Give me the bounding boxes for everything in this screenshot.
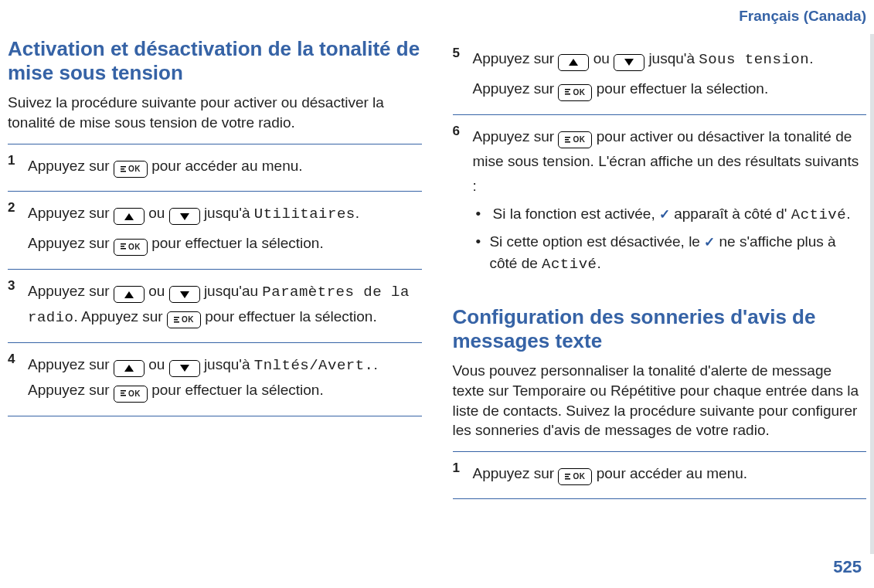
step-body: Appuyez sur OK pour activer ou désactive… <box>473 123 867 280</box>
menu-item: Utilitaires <box>254 206 355 223</box>
up-button-icon <box>558 54 589 71</box>
text: pour effectuer la sélection. <box>151 235 324 251</box>
text: ou <box>593 50 614 66</box>
steps-list-1b: 5 Appuyez sur ou jusqu'à Sous tension. A… <box>453 37 867 288</box>
text: pour accéder au menu. <box>597 465 747 481</box>
text: Appuyez sur <box>28 283 114 299</box>
section-title-1: Activation et désactivation de la tonali… <box>8 37 422 85</box>
step-6: 6 Appuyez sur OK pour activer ou désacti… <box>453 114 867 288</box>
text: Appuyez sur <box>473 80 559 97</box>
step-body: Appuyez sur ou jusqu'à Tnltés/Avert.. Ap… <box>28 351 422 408</box>
text: Appuyez sur <box>473 465 559 481</box>
text: Si cette option est désactivée, le <box>489 233 704 250</box>
ok-button-icon: OK <box>558 131 592 148</box>
step-number: 4 <box>8 351 28 408</box>
right-column: 5 Appuyez sur ou jusqu'à Sous tension. A… <box>453 37 867 499</box>
text: . <box>597 255 600 271</box>
ok-button-icon: OK <box>558 84 592 101</box>
steps-list-1: 1 Appuyez sur OK pour accéder au menu. 2… <box>8 144 422 416</box>
text: Appuyez sur <box>28 205 114 221</box>
step-number: 1 <box>453 460 473 491</box>
step-number: 2 <box>8 199 28 261</box>
bullet-item: • Si cette option est désactivée, le ✓ n… <box>476 231 867 276</box>
step-body: Appuyez sur ou jusqu'à Sous tension. App… <box>473 45 867 107</box>
text: ou <box>148 283 168 299</box>
step-body: Appuyez sur OK pour accéder au menu. <box>28 152 422 183</box>
ok-button-icon: OK <box>114 161 148 178</box>
text: ou <box>148 356 168 372</box>
step-body: Appuyez sur ou jusqu'au Paramètres de la… <box>28 277 422 335</box>
text: Appuyez sur <box>28 158 114 174</box>
header-language: Français (Canada) <box>739 8 866 25</box>
section-title-2: Configuration des sonneries d'avis de me… <box>453 305 867 353</box>
result-bullets: • Si la fonction est activée, ✓ apparaît… <box>476 203 867 276</box>
text: Appuyez sur <box>28 356 114 372</box>
ok-button-icon: OK <box>167 311 201 328</box>
check-icon: ✓ <box>659 207 670 222</box>
step-5: 5 Appuyez sur ou jusqu'à Sous tension. A… <box>453 37 867 114</box>
page-columns: Activation et désactivation de la tonali… <box>8 37 866 499</box>
steps-list-2: 1 Appuyez sur OK pour accéder au menu. <box>453 451 867 499</box>
bullet-item: • Si la fonction est activée, ✓ apparaît… <box>476 203 867 226</box>
ok-button-icon: OK <box>114 239 148 256</box>
step-number: 3 <box>8 277 28 335</box>
section-lead-1: Suivez la procédure suivante pour active… <box>8 93 422 132</box>
text: . <box>846 206 850 222</box>
ok-button-icon: OK <box>114 386 148 403</box>
up-button-icon <box>114 286 145 303</box>
text: Appuyez sur <box>473 128 559 144</box>
step-3: 3 Appuyez sur ou jusqu'au Paramètres de … <box>8 269 422 343</box>
text: jusqu'au <box>204 283 262 299</box>
menu-item: Activé <box>791 206 846 223</box>
step-1: 1 Appuyez sur OK pour accéder au menu. <box>8 144 422 191</box>
text: . Appuyez sur <box>74 308 167 325</box>
text: Appuyez sur <box>473 50 559 66</box>
left-column: Activation et désactivation de la tonali… <box>8 37 422 499</box>
check-icon: ✓ <box>704 235 715 250</box>
text: . <box>355 205 359 221</box>
text: apparaît à côté d' <box>674 206 787 222</box>
down-button-icon <box>169 208 200 225</box>
down-button-icon <box>169 286 200 303</box>
down-button-icon <box>169 360 200 377</box>
step-number: 6 <box>453 123 473 280</box>
up-button-icon <box>114 360 145 377</box>
page-number: 525 <box>833 557 862 577</box>
text: pour effectuer la sélection. <box>151 382 324 398</box>
menu-item: Sous tension <box>699 51 809 68</box>
up-button-icon <box>114 208 145 225</box>
text: pour effectuer la sélection. <box>205 308 377 325</box>
ok-button-icon: OK <box>558 468 592 485</box>
menu-item: Tnltés/Avert. <box>254 357 374 374</box>
text: pour accéder au menu. <box>151 158 302 174</box>
text: pour effectuer la sélection. <box>597 80 769 97</box>
text: . <box>809 50 813 66</box>
menu-item: Activé <box>542 256 597 273</box>
text: jusqu'à <box>648 50 699 66</box>
bullet-dot: • <box>476 203 493 226</box>
down-button-icon <box>614 54 644 71</box>
step-1b: 1 Appuyez sur OK pour accéder au menu. <box>453 451 867 499</box>
page-edge-marker <box>870 34 874 554</box>
text: jusqu'à <box>204 205 254 221</box>
step-number: 5 <box>453 45 473 107</box>
step-2: 2 Appuyez sur ou jusqu'à Utilitaires. Ap… <box>8 191 422 269</box>
step-body: Appuyez sur ou jusqu'à Utilitaires. Appu… <box>28 199 422 261</box>
text: Si la fonction est activée, <box>493 206 659 222</box>
section-lead-2: Vous pouvez personnaliser la tonalité d'… <box>453 361 867 440</box>
text: Appuyez sur <box>28 235 114 251</box>
text: ou <box>148 205 168 221</box>
bullet-dot: • <box>476 231 490 276</box>
text: jusqu'à <box>204 356 254 372</box>
step-body: Appuyez sur OK pour accéder au menu. <box>473 460 867 491</box>
step-number: 1 <box>8 152 28 183</box>
step-4: 4 Appuyez sur ou jusqu'à Tnltés/Avert.. … <box>8 342 422 416</box>
